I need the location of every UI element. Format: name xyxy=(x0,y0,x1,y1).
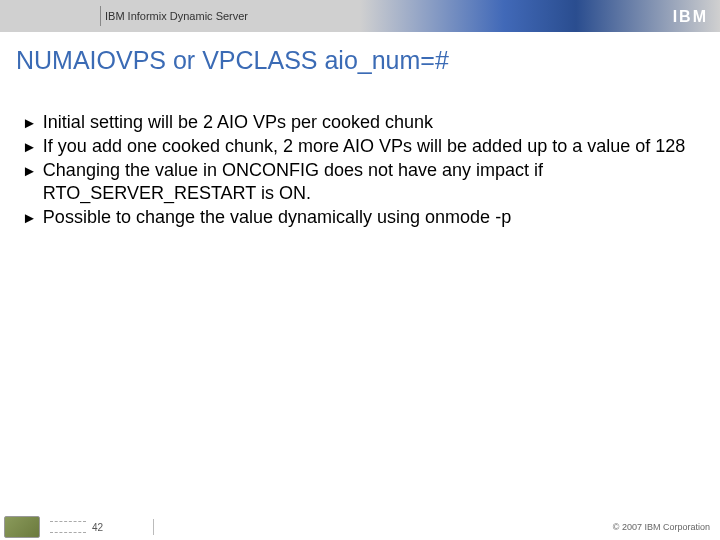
bullet-marker-icon: ► xyxy=(22,111,37,134)
bullet-marker-icon: ► xyxy=(22,135,37,158)
bullet-text: Changing the value in ONCONFIG does not … xyxy=(43,159,698,205)
header-divider xyxy=(100,6,101,26)
footer-divider xyxy=(153,519,154,535)
bullet-marker-icon: ► xyxy=(22,206,37,229)
header-product-name: IBM Informix Dynamic Server xyxy=(105,10,248,22)
slide-title: NUMAIOVPS or VPCLASS aio_num=# xyxy=(0,32,720,83)
bullet-text: If you add one cooked chunk, 2 more AIO … xyxy=(43,135,685,158)
bullet-marker-icon: ► xyxy=(22,159,37,182)
page-number: 42 xyxy=(92,522,103,533)
copyright-text: © 2007 IBM Corporation xyxy=(613,522,710,532)
slide-content: ► Initial setting will be 2 AIO VPs per … xyxy=(0,83,720,229)
bullet-text: Initial setting will be 2 AIO VPs per co… xyxy=(43,111,433,134)
footer-chip-icon xyxy=(4,516,40,538)
bullet-text: Possible to change the value dynamically… xyxy=(43,206,511,229)
slide-header: IBM Informix Dynamic Server IBM xyxy=(0,0,720,32)
footer-handle-icon xyxy=(50,521,86,533)
slide-footer: 42 © 2007 IBM Corporation xyxy=(0,514,720,540)
bullet-item: ► Changing the value in ONCONFIG does no… xyxy=(22,159,698,205)
bullet-item: ► If you add one cooked chunk, 2 more AI… xyxy=(22,135,698,158)
bullet-item: ► Possible to change the value dynamical… xyxy=(22,206,698,229)
bullet-item: ► Initial setting will be 2 AIO VPs per … xyxy=(22,111,698,134)
ibm-logo: IBM xyxy=(673,8,708,26)
